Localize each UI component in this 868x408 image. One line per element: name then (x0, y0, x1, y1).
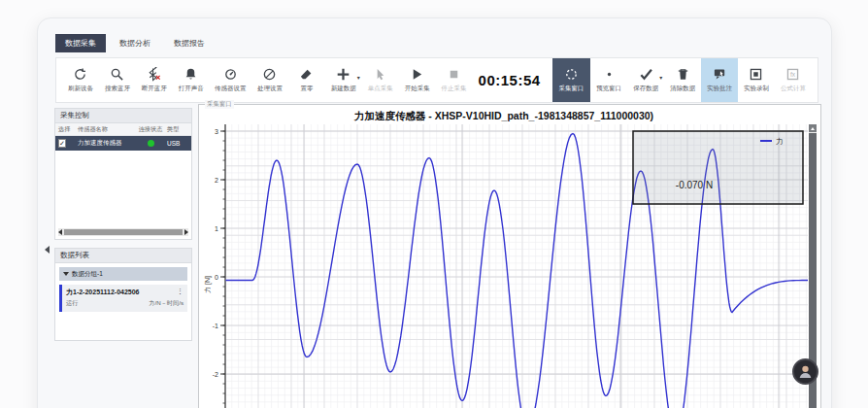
sensor-type: USB (167, 140, 186, 147)
collect-window-groupbox: 采集窗口 力加速度传感器 - XHSP-V10HID_path_-1981348… (198, 104, 821, 408)
person-icon (797, 363, 814, 380)
collect-control-title: 采集控制 (55, 109, 191, 123)
bluetooth-off-icon (147, 67, 161, 82)
experiment-annotate-button[interactable]: 实验批注 (701, 58, 738, 102)
new-data-button[interactable]: 新建数据▾ (325, 58, 362, 102)
plus-icon (336, 67, 351, 82)
chart-title: 力加速度传感器 - XHSP-V10HID_path_-1981348857_1… (199, 110, 809, 123)
horizontal-scrollbar[interactable] (58, 228, 188, 236)
bell-icon (184, 67, 198, 82)
dropdown-caret-icon[interactable]: ▾ (659, 74, 662, 81)
scroll-up-icon[interactable] (809, 124, 817, 132)
data-group-row[interactable]: 数据分组-1 (59, 267, 187, 281)
collect-window-button[interactable]: 采集窗口 (552, 58, 591, 102)
toolbar: 刷新设备搜索蓝牙断开蓝牙打开声音传感器设置处理设置置零新建数据▾单点采集开始采集… (55, 57, 818, 103)
status-dot (148, 140, 154, 147)
data-item-title: 力1-2-20251112-042506 (66, 288, 140, 297)
start-collect-button[interactable]: 开始采集 (399, 58, 436, 102)
sensor-icon (223, 67, 238, 82)
app-window: 数据采集数据分析数据报告 刷新设备搜索蓝牙断开蓝牙打开声音传感器设置处理设置置零… (37, 17, 832, 408)
preview-window-label: 预览窗口 (596, 85, 621, 93)
y-tick-label: 3 (215, 128, 218, 135)
experiment-record-label: 实验录制 (744, 85, 769, 93)
col-header-2: 传感器名称 (78, 125, 134, 134)
formula-calc-label: 公式计算 (781, 85, 806, 93)
pointer-icon (373, 67, 387, 82)
slash-circle-icon (262, 67, 277, 82)
data-list-panel: 数据列表 数据分组-1 力1-2-20251112-042506 ⋮ 运行 力/… (54, 248, 192, 341)
refresh-device-label: 刷新设备 (68, 85, 93, 93)
scroll-left-icon[interactable] (58, 229, 62, 235)
sensor-settings-button[interactable]: 传感器设置 (210, 58, 251, 102)
play-icon (410, 67, 424, 82)
col-header-1: 选择 (58, 125, 78, 134)
y-axis-label: 力 [N] (204, 276, 212, 293)
record-icon (749, 67, 763, 82)
dropdown-caret-icon[interactable]: ▾ (357, 74, 360, 81)
sensor-checkbox[interactable]: ✓ (58, 139, 66, 148)
sensor-settings-label: 传感器设置 (215, 85, 247, 93)
tab-2[interactable]: 数据分析 (110, 34, 160, 52)
disconnect-bluetooth-label: 断开蓝牙 (142, 85, 167, 93)
search-bluetooth-label: 搜索蓝牙 (105, 85, 130, 93)
set-zero-button[interactable]: 置零 (288, 58, 325, 102)
avatar[interactable] (792, 358, 818, 385)
refresh-device-button[interactable]: 刷新设备 (62, 58, 99, 102)
sidebar-collapse-icon[interactable] (45, 246, 50, 254)
disconnect-bluetooth-button[interactable]: 断开蓝牙 (136, 58, 173, 102)
chart-plot[interactable]: 3210-1-2力 [N]-0.070 N力 (202, 124, 808, 408)
sensor-table-header: 选择传感器名称连接状态类型 (55, 123, 191, 136)
y-tick-label: -1 (213, 323, 218, 329)
y-tick-label: 1 (215, 225, 218, 232)
sensor-row[interactable]: ✓力加速度传感器USB (55, 136, 191, 151)
search-bluetooth-button[interactable]: 搜索蓝牙 (99, 58, 136, 102)
data-group-label: 数据分组-1 (72, 270, 103, 279)
formula-calc-button[interactable]: fx公式计算 (775, 58, 812, 102)
data-item-axes: 力/N－时间/s (149, 299, 184, 308)
data-item-status: 运行 (66, 299, 78, 308)
data-list-title: 数据列表 (55, 249, 191, 263)
dashed-circle-icon (564, 67, 579, 82)
single-point-collect-button[interactable]: 单点采集 (362, 58, 399, 102)
item-menu-icon[interactable]: ⋮ (177, 288, 184, 297)
sound-on-button[interactable]: 打开声音 (173, 58, 210, 102)
collect-control-panel: 采集控制 选择传感器名称连接状态类型 ✓力加速度传感器USB (54, 108, 192, 240)
main-tabbar: 数据采集数据分析数据报告 (55, 34, 215, 52)
check-icon (639, 67, 653, 82)
save-data-label: 保存数据 (633, 85, 658, 93)
experiment-record-button[interactable]: 实验录制 (738, 58, 775, 102)
data-item[interactable]: 力1-2-20251112-042506 ⋮ 运行 力/N－时间/s (59, 285, 187, 312)
annotate-icon (713, 67, 727, 82)
process-settings-button[interactable]: 处理设置 (251, 58, 288, 102)
eraser-icon (299, 67, 314, 82)
legend-label: 力 (776, 137, 784, 146)
svg-text:fx: fx (790, 71, 796, 78)
col-header-3: 连接状态 (134, 125, 167, 134)
stop-collect-button[interactable]: 停止采集 (436, 58, 473, 102)
collect-window-label: 采集窗口 (558, 85, 584, 93)
scroll-right-icon[interactable] (184, 229, 188, 235)
annotation-value: -0.070 N (676, 180, 713, 190)
y-tick-label: 2 (215, 177, 218, 184)
sound-on-label: 打开声音 (179, 85, 204, 93)
save-data-button[interactable]: 保存数据▾ (627, 58, 664, 102)
y-tick-label: 0 (215, 274, 218, 281)
y-tick-label: -2 (213, 371, 218, 378)
refresh-icon (73, 67, 87, 82)
clear-data-button[interactable]: 清除数据 (664, 58, 701, 102)
single-point-collect-label: 单点采集 (368, 85, 393, 93)
new-data-label: 新建数据 (331, 85, 356, 93)
scrollbar-thumb[interactable] (64, 229, 183, 235)
stop-collect-label: 停止采集 (442, 85, 467, 93)
preview-window-button[interactable]: 预览窗口 (590, 58, 627, 102)
collection-timer: 00:15:54 (479, 72, 541, 88)
experiment-annotate-label: 实验批注 (707, 85, 732, 93)
chevron-down-icon (63, 272, 69, 276)
trash-icon (676, 67, 690, 82)
start-collect-label: 开始采集 (405, 85, 430, 93)
sensor-name: 力加速度传感器 (78, 139, 134, 148)
process-settings-label: 处理设置 (257, 85, 283, 93)
tab-3[interactable]: 数据报告 (164, 34, 215, 52)
stop-icon (447, 67, 461, 82)
tab-1[interactable]: 数据采集 (55, 34, 106, 52)
